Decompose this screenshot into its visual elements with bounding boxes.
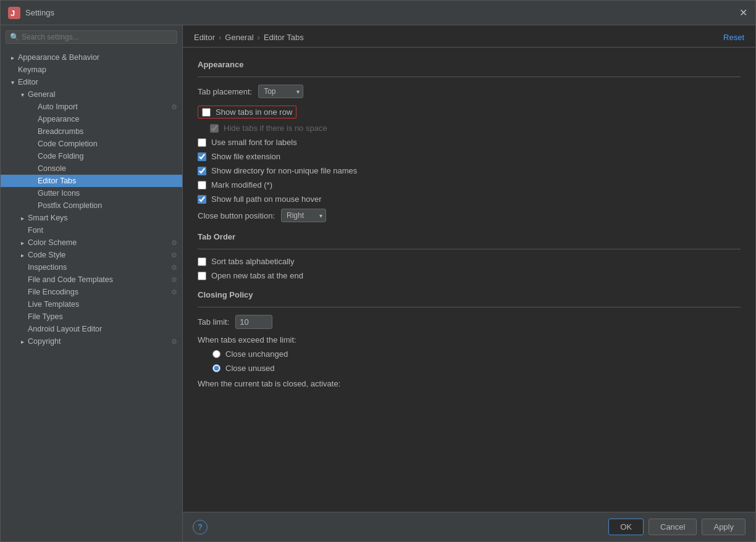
arrow-icon — [18, 275, 27, 284]
tab-placement-select-wrapper: Top Left Right Bottom None — [258, 85, 303, 98]
arrow-icon — [28, 189, 36, 198]
close-unchanged-label[interactable]: Close unchanged — [225, 349, 288, 359]
tab-order-section: Tab Order Sort tabs alphabetically Open … — [198, 232, 741, 280]
use-small-font-label[interactable]: Use small font for labels — [211, 138, 297, 147]
sidebar-item-keymap[interactable]: Keymap — [1, 64, 182, 76]
sidebar-item-code-completion[interactable]: Code Completion — [1, 138, 182, 150]
sidebar-item-inspections[interactable]: Inspections ⚙ — [1, 261, 182, 273]
settings-icon: ⚙ — [171, 276, 177, 284]
sidebar-item-postfix-completion[interactable]: Postfix Completion — [1, 199, 182, 212]
tab-limit-input[interactable] — [235, 315, 272, 329]
show-file-ext-checkbox[interactable] — [198, 152, 206, 161]
show-tabs-focused-container: Show tabs in one row — [198, 106, 296, 119]
main-body: Appearance Tab placement: Top Left Right… — [183, 48, 755, 512]
tab-limit-row: Tab limit: — [198, 315, 741, 329]
arrow-icon — [28, 102, 36, 111]
show-tabs-one-row-checkbox[interactable] — [202, 108, 211, 117]
sidebar-item-copyright[interactable]: Copyright ⚙ — [1, 335, 182, 348]
close-button-select[interactable]: Right Left Hidden — [281, 209, 326, 222]
sidebar-item-file-encodings[interactable]: File Encodings ⚙ — [1, 286, 182, 298]
appearance-section-title: Appearance — [198, 60, 741, 69]
exceed-limit-label: When tabs exceed the limit: — [198, 335, 296, 344]
arrow-icon — [18, 300, 27, 309]
sidebar-item-android-layout[interactable]: Android Layout Editor — [1, 323, 182, 335]
show-file-ext-row: Show file extension — [198, 152, 741, 161]
breadcrumb-sep2: › — [258, 33, 260, 42]
mark-modified-checkbox[interactable] — [198, 181, 206, 190]
use-small-font-checkbox[interactable] — [198, 138, 206, 147]
apply-button[interactable]: Apply — [702, 519, 746, 535]
sidebar-item-appearance[interactable]: Appearance — [1, 113, 182, 125]
sidebar-item-label: Code Style — [28, 251, 65, 259]
sidebar-item-breadcrumbs[interactable]: Breadcrumbs — [1, 125, 182, 138]
search-box: 🔍 — [6, 30, 177, 44]
sidebar-item-code-folding[interactable]: Code Folding — [1, 150, 182, 162]
sidebar-item-label: Auto Import — [38, 102, 78, 111]
show-full-path-checkbox[interactable] — [198, 195, 206, 204]
sidebar-item-file-types[interactable]: File Types — [1, 311, 182, 323]
sidebar-item-editor-tabs[interactable]: Editor Tabs — [1, 175, 182, 187]
sidebar-item-gutter-icons[interactable]: Gutter Icons — [1, 187, 182, 199]
ok-button[interactable]: OK — [608, 519, 644, 535]
sidebar-item-label: Keymap — [18, 65, 46, 74]
sidebar-item-label: File and Code Templates — [28, 275, 113, 284]
tab-placement-select[interactable]: Top Left Right Bottom None — [258, 85, 303, 98]
sidebar-item-font[interactable]: Font — [1, 224, 182, 236]
arrow-icon — [28, 164, 36, 173]
close-unused-radio[interactable] — [212, 364, 220, 372]
search-input[interactable] — [22, 33, 173, 41]
close-unused-label[interactable]: Close unused — [225, 364, 275, 373]
appearance-section: Appearance Tab placement: Top Left Right… — [198, 60, 741, 222]
arrow-icon — [18, 325, 27, 333]
sidebar-item-editor[interactable]: Editor — [1, 76, 182, 88]
arrow-icon — [18, 263, 27, 272]
sort-alphabetically-label[interactable]: Sort tabs alphabetically — [211, 257, 294, 266]
sidebar-item-label: Breadcrumbs — [38, 127, 83, 136]
open-at-end-checkbox[interactable] — [198, 272, 206, 280]
sidebar-item-code-style[interactable]: Code Style ⚙ — [1, 249, 182, 261]
sidebar-item-label: Editor — [18, 78, 38, 86]
breadcrumb-sep1: › — [219, 33, 221, 42]
help-button[interactable]: ? — [193, 520, 208, 535]
sidebar-item-file-code-templates[interactable]: File and Code Templates ⚙ — [1, 273, 182, 286]
sidebar-item-label: Appearance & Behavior — [18, 53, 99, 62]
sort-alphabetically-checkbox[interactable] — [198, 257, 206, 266]
close-button-select-wrapper: Right Left Hidden — [281, 209, 326, 222]
mark-modified-row: Mark modified (*) — [198, 180, 741, 190]
show-directory-row: Show directory for non-unique file names — [198, 166, 741, 175]
sidebar-item-general[interactable]: General — [1, 88, 182, 101]
cancel-button[interactable]: Cancel — [649, 519, 697, 535]
settings-icon: ⚙ — [171, 103, 177, 111]
close-unchanged-radio[interactable] — [212, 350, 220, 358]
sidebar-item-appearance-behavior[interactable]: Appearance & Behavior — [1, 51, 182, 64]
sort-alphabetically-row: Sort tabs alphabetically — [198, 257, 741, 266]
sidebar-item-live-templates[interactable]: Live Templates — [1, 298, 182, 311]
show-tabs-one-row-label[interactable]: Show tabs in one row — [216, 107, 292, 117]
show-directory-checkbox[interactable] — [198, 167, 206, 175]
settings-icon: ⚙ — [171, 338, 177, 346]
search-icon: 🔍 — [10, 33, 19, 41]
mark-modified-label[interactable]: Mark modified (*) — [211, 180, 272, 190]
sidebar-item-label: Live Templates — [28, 300, 79, 309]
show-tabs-one-row-row: Show tabs in one row — [202, 107, 292, 117]
reset-button[interactable]: Reset — [723, 33, 744, 42]
sidebar-item-smart-keys[interactable]: Smart Keys — [1, 212, 182, 224]
breadcrumb-general: General — [225, 33, 253, 42]
content-area: 🔍 Appearance & Behavior Keymap Editor — [1, 25, 755, 541]
show-directory-label[interactable]: Show directory for non-unique file names — [211, 166, 357, 175]
settings-window: J Settings ✕ 🔍 Appearance & Behavior — [0, 0, 756, 542]
breadcrumb-editor: Editor — [194, 33, 215, 42]
sidebar-item-label: General — [28, 90, 55, 99]
hide-tabs-checkbox[interactable] — [210, 124, 219, 133]
sidebar-item-auto-import[interactable]: Auto Import ⚙ — [1, 101, 182, 113]
sidebar-item-color-scheme[interactable]: Color Scheme ⚙ — [1, 236, 182, 249]
show-file-ext-label[interactable]: Show file extension — [211, 152, 280, 161]
arrow-icon — [18, 337, 27, 346]
app-icon: J — [8, 7, 20, 19]
show-full-path-label[interactable]: Show full path on mouse hover — [211, 194, 322, 204]
tree: Appearance & Behavior Keymap Editor Gene… — [1, 49, 182, 541]
sidebar-item-label: Android Layout Editor — [28, 325, 102, 333]
open-at-end-label[interactable]: Open new tabs at the end — [211, 271, 303, 280]
sidebar-item-console[interactable]: Console — [1, 162, 182, 175]
close-button[interactable]: ✕ — [738, 8, 748, 18]
